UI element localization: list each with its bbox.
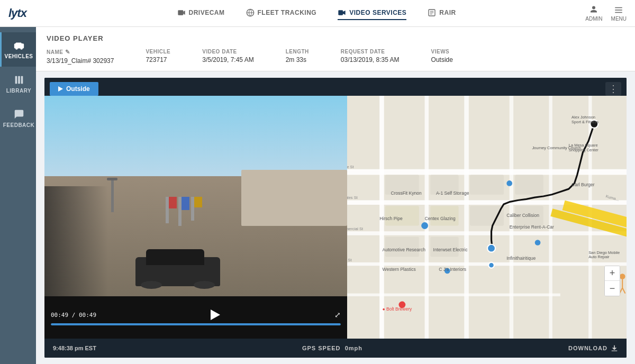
meta-request-date-value: 03/13/2019, 8:35 AM [341,56,400,63]
svg-text:Caliber Collision: Caliber Collision [506,213,539,219]
outside-tab-button[interactable]: Outside [50,82,98,96]
svg-point-46 [506,180,512,186]
meta-request-date: REQUEST DATE 03/13/2019, 8:35 AM [341,49,400,65]
meta-views-value: Outside [431,56,453,63]
building-bg [241,170,347,226]
svg-text:CrossFit Kynon: CrossFit Kynon [391,190,422,196]
svg-text:Carl Burger: Carl Burger [572,182,595,187]
meta-vehicle: VEHICLE 723717 [146,49,170,65]
svg-rect-36 [470,175,504,194]
svg-rect-16 [18,76,20,84]
svg-text:Infinithairitique: Infinithairitique [506,256,536,261]
meta-row: NAME ✎ 3/13/19_Claim# 302937 VEHICLE 723… [47,49,624,71]
svg-point-75 [620,274,625,279]
progress-fill [51,323,341,325]
svg-rect-17 [21,76,23,84]
svg-text:Hirsch Pipe: Hirsch Pipe [379,216,403,221]
svg-rect-28 [549,96,552,339]
svg-rect-11 [615,12,623,13]
svg-text:Western Plastics: Western Plastics [383,267,416,272]
expand-icon[interactable]: ⤢ [334,311,341,319]
foreground-car [135,239,220,286]
zoom-in-button[interactable]: + [605,266,620,281]
logo: lytx [8,6,26,20]
meta-name: NAME ✎ 3/13/19_Claim# 302937 [47,49,114,65]
page-title: VIDEO PLAYER [47,34,624,42]
gps-speed-display: GPS SPEED 0mph [96,345,568,351]
svg-point-44 [488,262,494,268]
content-area: VIDEO PLAYER NAME ✎ 3/13/19_Claim# 30293… [36,27,635,364]
svg-rect-19 [347,169,627,175]
svg-text:Centre St: Centre St [347,165,355,169]
svg-rect-21 [347,231,627,235]
svg-text:Sport & Fitness: Sport & Fitness [572,120,598,124]
svg-text:A-1 Self Storage: A-1 Self Storage [436,190,469,196]
progress-bar[interactable] [51,323,341,325]
nav-item-drivecam[interactable]: DRIVECAM [177,6,225,20]
svg-point-13 [15,47,18,50]
svg-point-45 [421,222,428,229]
svg-text:Automotive Research: Automotive Research [383,247,426,252]
admin-button[interactable]: ADMIN [585,5,602,22]
play-triangle-icon [58,86,63,92]
options-icon[interactable]: ⋮ [605,82,621,96]
player-container: Outside ⋮ [44,78,627,358]
map-zoom-controls: + − [604,266,620,296]
svg-rect-10 [615,10,623,11]
video-time-display: 00:49 / 00:49 [51,312,96,319]
map-side: Centre St Hercules St Commercial St Orio… [347,96,627,339]
svg-point-43 [487,244,495,252]
nav-item-rair[interactable]: RAIR [428,6,456,20]
nav-items: DRIVECAM FLEET TRACKING VIDEO SERVICES R… [48,6,585,20]
svg-rect-3 [339,10,343,15]
download-button[interactable]: DOWNLOAD [568,344,618,352]
svg-text:● Bolt Brewery: ● Bolt Brewery [383,306,413,312]
video-side: 00:49 / 00:49 ⤢ [44,96,347,339]
video-controls: 00:49 / 00:49 ⤢ [44,296,347,339]
play-button[interactable] [211,310,220,320]
meta-vehicle-value: 723717 [146,56,170,63]
svg-rect-26 [464,96,469,339]
svg-rect-37 [470,206,504,225]
menu-button[interactable]: MENU [611,5,627,22]
download-icon [611,344,618,352]
sidebar-item-library[interactable]: LIBRARY [0,67,36,101]
meta-video-date-value: 3/5/2019, 7:45 AM [202,56,253,63]
svg-text:Alex Johnson: Alex Johnson [572,115,595,120]
meta-length-value: 2m 33s [286,56,309,63]
svg-text:Orion St: Orion St [347,258,352,262]
meta-video-date: VIDEO DATE 3/5/2019, 7:45 AM [202,49,253,65]
meta-name-value: 3/13/19_Claim# 302937 [47,57,114,65]
media-row: 00:49 / 00:49 ⤢ [44,96,627,339]
svg-rect-20 [347,200,627,205]
timestamp-display: 9:48:38 pm EST [53,345,96,351]
svg-text:Commercial St: Commercial St [347,226,364,231]
sidebar-item-vehicles[interactable]: VEHICLES [0,32,36,67]
edit-name-icon[interactable]: ✎ [65,49,70,56]
left-car [44,186,108,296]
sidebar: VEHICLES LIBRARY FEEDBACK [0,27,36,364]
svg-text:Hercules St: Hercules St [347,195,358,200]
svg-rect-0 [178,10,183,15]
svg-point-14 [20,47,23,50]
sky-bg [44,96,347,176]
map-svg: Centre St Hercules St Commercial St Orio… [347,96,627,339]
svg-rect-40 [515,175,543,194]
sidebar-item-feedback[interactable]: FEEDBACK [0,101,36,135]
svg-text:Interwset Electric: Interwset Electric [433,247,468,252]
nav-item-video-services[interactable]: VIDEO SERVICES [338,6,406,20]
svg-text:Enterprise Rent-A-Car: Enterprise Rent-A-Car [510,224,554,230]
zoom-out-button[interactable]: − [605,281,620,296]
map-background: Centre St Hercules St Commercial St Orio… [347,96,627,339]
svg-text:C J's Interiors: C J's Interiors [439,267,466,272]
nav-item-fleet-tracking[interactable]: FLEET TRACKING [246,6,317,20]
meta-views: VIEWS Outside [431,49,453,65]
svg-rect-23 [347,294,560,296]
svg-point-48 [535,240,541,245]
page-header: VIDEO PLAYER NAME ✎ 3/13/19_Claim# 30293… [36,27,635,71]
svg-rect-15 [15,76,17,84]
control-buttons [211,310,220,320]
svg-rect-9 [615,7,623,8]
main-layout: VEHICLES LIBRARY FEEDBACK VIDEO PLAYER N… [0,27,635,364]
svg-rect-22 [347,262,627,266]
